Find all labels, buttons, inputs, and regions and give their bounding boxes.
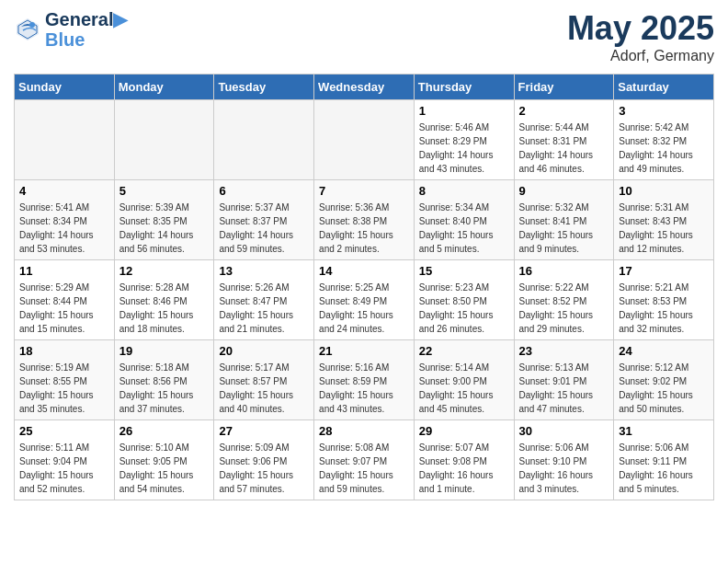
month-title: May 2025 — [567, 9, 714, 48]
location: Adorf, Germany — [567, 48, 714, 64]
calendar-cell: 20Sunrise: 5:17 AM Sunset: 8:57 PM Dayli… — [214, 340, 314, 420]
day-info: Sunrise: 5:10 AM Sunset: 9:05 PM Dayligh… — [119, 441, 210, 496]
day-info: Sunrise: 5:39 AM Sunset: 8:35 PM Dayligh… — [119, 201, 210, 256]
day-header-friday: Friday — [514, 75, 614, 100]
day-number: 4 — [19, 184, 109, 198]
svg-point-2 — [29, 22, 35, 28]
day-info: Sunrise: 5:44 AM Sunset: 8:31 PM Dayligh… — [519, 121, 609, 176]
week-row-5: 25Sunrise: 5:11 AM Sunset: 9:04 PM Dayli… — [15, 420, 714, 500]
day-number: 6 — [219, 184, 309, 198]
day-info: Sunrise: 5:17 AM Sunset: 8:57 PM Dayligh… — [219, 361, 309, 416]
day-number: 22 — [419, 344, 509, 358]
calendar-cell: 7Sunrise: 5:36 AM Sunset: 8:38 PM Daylig… — [314, 180, 415, 260]
day-number: 28 — [319, 424, 409, 438]
calendar-cell: 18Sunrise: 5:19 AM Sunset: 8:55 PM Dayli… — [15, 340, 115, 420]
day-header-thursday: Thursday — [414, 75, 514, 100]
calendar-cell: 26Sunrise: 5:10 AM Sunset: 9:05 PM Dayli… — [114, 420, 214, 500]
day-number: 10 — [619, 184, 709, 198]
calendar-cell: 12Sunrise: 5:28 AM Sunset: 8:46 PM Dayli… — [114, 260, 214, 340]
day-info: Sunrise: 5:18 AM Sunset: 8:56 PM Dayligh… — [119, 361, 210, 416]
calendar-cell: 28Sunrise: 5:08 AM Sunset: 9:07 PM Dayli… — [314, 420, 415, 500]
day-info: Sunrise: 5:42 AM Sunset: 8:32 PM Dayligh… — [619, 121, 709, 176]
day-number: 23 — [519, 344, 609, 358]
calendar-cell: 25Sunrise: 5:11 AM Sunset: 9:04 PM Dayli… — [15, 420, 115, 500]
calendar-cell: 13Sunrise: 5:26 AM Sunset: 8:47 PM Dayli… — [214, 260, 314, 340]
calendar-cell: 31Sunrise: 5:06 AM Sunset: 9:11 PM Dayli… — [614, 420, 714, 500]
calendar-cell: 22Sunrise: 5:14 AM Sunset: 9:00 PM Dayli… — [414, 340, 514, 420]
calendar-cell: 9Sunrise: 5:32 AM Sunset: 8:41 PM Daylig… — [514, 180, 614, 260]
day-number: 21 — [319, 344, 409, 358]
day-info: Sunrise: 5:16 AM Sunset: 8:59 PM Dayligh… — [319, 361, 409, 416]
calendar-cell: 8Sunrise: 5:34 AM Sunset: 8:40 PM Daylig… — [414, 180, 514, 260]
day-number: 2 — [519, 104, 609, 118]
calendar-cell: 21Sunrise: 5:16 AM Sunset: 8:59 PM Dayli… — [314, 340, 415, 420]
day-info: Sunrise: 5:19 AM Sunset: 8:55 PM Dayligh… — [19, 361, 109, 416]
day-header-sunday: Sunday — [15, 75, 115, 100]
day-header-saturday: Saturday — [614, 75, 714, 100]
week-row-2: 4Sunrise: 5:41 AM Sunset: 8:34 PM Daylig… — [15, 180, 714, 260]
day-info: Sunrise: 5:12 AM Sunset: 9:02 PM Dayligh… — [619, 361, 709, 416]
calendar-cell: 27Sunrise: 5:09 AM Sunset: 9:06 PM Dayli… — [214, 420, 314, 500]
calendar-cell: 5Sunrise: 5:39 AM Sunset: 8:35 PM Daylig… — [114, 180, 214, 260]
day-info: Sunrise: 5:13 AM Sunset: 9:01 PM Dayligh… — [519, 361, 609, 416]
day-number: 18 — [19, 344, 109, 358]
day-info: Sunrise: 5:32 AM Sunset: 8:41 PM Dayligh… — [519, 201, 609, 256]
day-info: Sunrise: 5:07 AM Sunset: 9:08 PM Dayligh… — [419, 441, 509, 496]
calendar-cell — [314, 100, 415, 180]
header: General▶ Blue May 2025 Adorf, Germany — [14, 9, 714, 64]
day-info: Sunrise: 5:26 AM Sunset: 8:47 PM Dayligh… — [219, 281, 309, 336]
calendar-cell: 24Sunrise: 5:12 AM Sunset: 9:02 PM Dayli… — [614, 340, 714, 420]
day-info: Sunrise: 5:31 AM Sunset: 8:43 PM Dayligh… — [619, 201, 709, 256]
day-header-wednesday: Wednesday — [314, 75, 415, 100]
day-number: 19 — [119, 344, 210, 358]
day-number: 16 — [519, 264, 609, 278]
day-info: Sunrise: 5:25 AM Sunset: 8:49 PM Dayligh… — [319, 281, 409, 336]
calendar-cell — [15, 100, 115, 180]
day-number: 24 — [619, 344, 709, 358]
day-number: 29 — [419, 424, 509, 438]
calendar-table: SundayMondayTuesdayWednesdayThursdayFrid… — [14, 74, 714, 500]
day-number: 3 — [619, 104, 709, 118]
day-number: 9 — [519, 184, 609, 198]
logo-blue: Blue — [45, 29, 127, 50]
day-info: Sunrise: 5:23 AM Sunset: 8:50 PM Dayligh… — [419, 281, 509, 336]
day-info: Sunrise: 5:09 AM Sunset: 9:06 PM Dayligh… — [219, 441, 309, 496]
calendar-cell — [214, 100, 314, 180]
day-number: 5 — [119, 184, 210, 198]
title-block: May 2025 Adorf, Germany — [567, 9, 714, 64]
week-row-4: 18Sunrise: 5:19 AM Sunset: 8:55 PM Dayli… — [15, 340, 714, 420]
day-number: 13 — [219, 264, 309, 278]
calendar-cell: 11Sunrise: 5:29 AM Sunset: 8:44 PM Dayli… — [15, 260, 115, 340]
day-number: 20 — [219, 344, 309, 358]
day-info: Sunrise: 5:22 AM Sunset: 8:52 PM Dayligh… — [519, 281, 609, 336]
calendar-cell: 10Sunrise: 5:31 AM Sunset: 8:43 PM Dayli… — [614, 180, 714, 260]
page: General▶ Blue May 2025 Adorf, Germany Su… — [0, 0, 728, 510]
day-number: 31 — [619, 424, 709, 438]
calendar-cell: 14Sunrise: 5:25 AM Sunset: 8:49 PM Dayli… — [314, 260, 415, 340]
calendar-cell: 3Sunrise: 5:42 AM Sunset: 8:32 PM Daylig… — [614, 100, 714, 180]
day-info: Sunrise: 5:28 AM Sunset: 8:46 PM Dayligh… — [119, 281, 210, 336]
day-info: Sunrise: 5:06 AM Sunset: 9:10 PM Dayligh… — [519, 441, 609, 496]
day-number: 15 — [419, 264, 509, 278]
calendar-cell: 4Sunrise: 5:41 AM Sunset: 8:34 PM Daylig… — [15, 180, 115, 260]
day-number: 7 — [319, 184, 409, 198]
logo: General▶ Blue — [14, 9, 127, 50]
day-header-monday: Monday — [114, 75, 214, 100]
day-number: 8 — [419, 184, 509, 198]
calendar-cell: 17Sunrise: 5:21 AM Sunset: 8:53 PM Dayli… — [614, 260, 714, 340]
day-info: Sunrise: 5:34 AM Sunset: 8:40 PM Dayligh… — [419, 201, 509, 256]
day-info: Sunrise: 5:36 AM Sunset: 8:38 PM Dayligh… — [319, 201, 409, 256]
day-info: Sunrise: 5:21 AM Sunset: 8:53 PM Dayligh… — [619, 281, 709, 336]
calendar-cell: 6Sunrise: 5:37 AM Sunset: 8:37 PM Daylig… — [214, 180, 314, 260]
week-row-1: 1Sunrise: 5:46 AM Sunset: 8:29 PM Daylig… — [15, 100, 714, 180]
day-info: Sunrise: 5:14 AM Sunset: 9:00 PM Dayligh… — [419, 361, 509, 416]
day-info: Sunrise: 5:06 AM Sunset: 9:11 PM Dayligh… — [619, 441, 709, 496]
calendar-cell: 15Sunrise: 5:23 AM Sunset: 8:50 PM Dayli… — [414, 260, 514, 340]
day-info: Sunrise: 5:46 AM Sunset: 8:29 PM Dayligh… — [419, 121, 509, 176]
day-info: Sunrise: 5:29 AM Sunset: 8:44 PM Dayligh… — [19, 281, 109, 336]
day-info: Sunrise: 5:11 AM Sunset: 9:04 PM Dayligh… — [19, 441, 109, 496]
day-number: 11 — [19, 264, 109, 278]
calendar-cell — [114, 100, 214, 180]
day-info: Sunrise: 5:08 AM Sunset: 9:07 PM Dayligh… — [319, 441, 409, 496]
calendar-cell: 2Sunrise: 5:44 AM Sunset: 8:31 PM Daylig… — [514, 100, 614, 180]
